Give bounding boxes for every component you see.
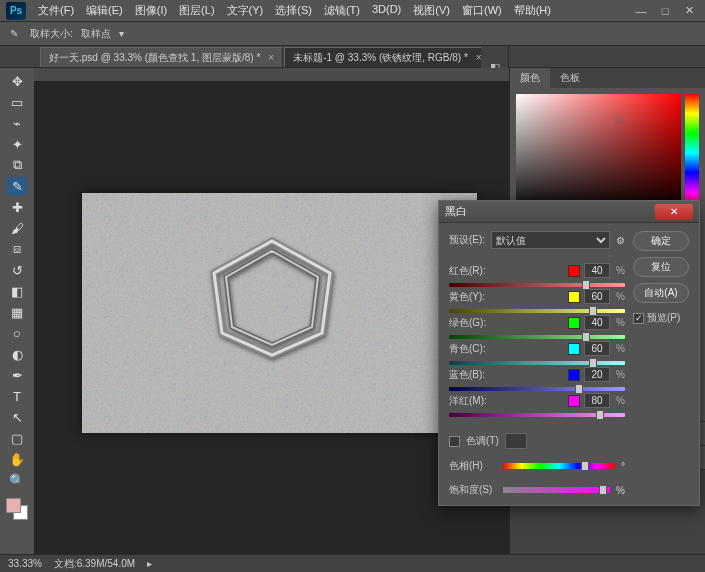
slider-thumb[interactable] <box>575 384 583 394</box>
type-tool[interactable]: T <box>7 387 27 405</box>
tint-checkbox[interactable] <box>449 436 460 447</box>
marquee-tool[interactable]: ▭ <box>7 93 27 111</box>
menu-item[interactable]: 3D(D) <box>366 0 407 21</box>
saturation-box[interactable] <box>516 94 681 212</box>
slider-value[interactable] <box>584 263 610 278</box>
options-bar: ✎ 取样大小: 取样点 ▾ <box>0 22 705 46</box>
color-swatch-icon <box>568 317 580 329</box>
slider-value[interactable] <box>584 393 610 408</box>
color-slider-row: 蓝色(B): % <box>449 367 625 393</box>
dialog-titlebar[interactable]: 黑白 ✕ <box>439 201 699 223</box>
crop-tool[interactable]: ⧉ <box>7 156 27 174</box>
menu-item[interactable]: 视图(V) <box>407 0 456 21</box>
slider-thumb[interactable] <box>589 358 597 368</box>
color-swatch-icon <box>568 369 580 381</box>
preview-checkbox[interactable] <box>633 313 644 324</box>
cancel-button[interactable]: 复位 <box>633 257 689 277</box>
zoom-tool[interactable]: 🔍 <box>7 471 27 489</box>
saturation-slider[interactable] <box>503 487 610 493</box>
hue-bar[interactable] <box>685 94 699 212</box>
slider-track[interactable] <box>449 385 625 393</box>
slider-thumb[interactable] <box>596 410 604 420</box>
svg-marker-3 <box>226 251 318 345</box>
slider-thumb[interactable] <box>589 306 597 316</box>
slider-thumb[interactable] <box>582 280 590 290</box>
tint-swatch[interactable] <box>505 433 527 449</box>
fg-color[interactable] <box>6 498 21 513</box>
menu-item[interactable]: 帮助(H) <box>508 0 557 21</box>
eyedropper-icon: ✎ <box>6 26 22 42</box>
slider-track[interactable] <box>449 333 625 341</box>
auto-button[interactable]: 自动(A) <box>633 283 689 303</box>
color-swatch[interactable] <box>6 498 28 520</box>
status-arrow-icon[interactable]: ▸ <box>147 558 152 569</box>
path-tool[interactable]: ↖ <box>7 408 27 426</box>
preset-select[interactable]: 默认值 <box>491 231 610 249</box>
shape-tool[interactable]: ▢ <box>7 429 27 447</box>
close-window-button[interactable]: ✕ <box>683 6 695 16</box>
blur-tool[interactable]: ○ <box>7 324 27 342</box>
hue-slider[interactable] <box>503 463 615 469</box>
document-tab[interactable]: 未标题-1 @ 33.3% (铁锈纹理, RGB/8) *× <box>284 47 490 67</box>
canvas[interactable] <box>82 193 477 433</box>
eraser-tool[interactable]: ◧ <box>7 282 27 300</box>
sample-size-label: 取样大小: <box>30 27 73 41</box>
eyedropper-tool[interactable]: ✎ <box>7 177 27 195</box>
slider-track[interactable] <box>449 411 625 419</box>
slider-value[interactable] <box>584 367 610 382</box>
hand-tool[interactable]: ✋ <box>7 450 27 468</box>
slider-thumb[interactable] <box>582 332 590 342</box>
color-swatch-icon <box>568 291 580 303</box>
slider-label: 青色(C): <box>449 342 497 356</box>
preview-label: 预览(P) <box>647 311 680 325</box>
slider-value[interactable] <box>584 341 610 356</box>
tint-label: 色调(T) <box>466 434 499 448</box>
ok-button[interactable]: 确定 <box>633 231 689 251</box>
gradient-tool[interactable]: ▦ <box>7 303 27 321</box>
document-tab[interactable]: 好一天.psd @ 33.3% (颜色查找 1, 图层蒙版/8) *× <box>40 47 283 67</box>
menu-item[interactable]: 窗口(W) <box>456 0 508 21</box>
history-brush-tool[interactable]: ↺ <box>7 261 27 279</box>
menu-item[interactable]: 编辑(E) <box>80 0 129 21</box>
toolbox: ✥ ▭ ⌁ ✦ ⧉ ✎ ✚ 🖌 ⧇ ↺ ◧ ▦ ○ ◐ ✒ T ↖ ▢ ✋ 🔍 <box>0 68 34 554</box>
slider-track[interactable] <box>449 307 625 315</box>
tab-swatches[interactable]: 色板 <box>550 68 590 88</box>
gear-icon[interactable]: ⚙ <box>616 235 625 246</box>
dodge-tool[interactable]: ◐ <box>7 345 27 363</box>
slider-label: 蓝色(B): <box>449 368 497 382</box>
slider-value[interactable] <box>584 289 610 304</box>
menu-bar: Ps 文件(F)编辑(E)图像(I)图层(L)文字(Y)选择(S)滤镜(T)3D… <box>0 0 705 22</box>
sample-size-value[interactable]: 取样点 <box>81 27 111 41</box>
color-panel-tabs: 颜色 色板 <box>510 68 705 88</box>
menu-item[interactable]: 文字(Y) <box>221 0 270 21</box>
menu-item[interactable]: 图像(I) <box>129 0 173 21</box>
menu-item[interactable]: 图层(L) <box>173 0 220 21</box>
slider-label: 洋红(M): <box>449 394 497 408</box>
menu-item[interactable]: 滤镜(T) <box>318 0 366 21</box>
color-slider-row: 黄色(Y): % <box>449 289 625 315</box>
tab-label: 好一天.psd @ 33.3% (颜色查找 1, 图层蒙版/8) * <box>49 51 260 65</box>
dropdown-icon[interactable]: ▾ <box>119 28 124 39</box>
color-picker[interactable] <box>510 88 705 218</box>
close-tab-icon[interactable]: × <box>268 52 274 63</box>
healing-tool[interactable]: ✚ <box>7 198 27 216</box>
move-tool[interactable]: ✥ <box>7 72 27 90</box>
brush-tool[interactable]: 🖌 <box>7 219 27 237</box>
slider-value[interactable] <box>584 315 610 330</box>
dialog-close-button[interactable]: ✕ <box>655 204 693 220</box>
menu-item[interactable]: 选择(S) <box>269 0 318 21</box>
lasso-tool[interactable]: ⌁ <box>7 114 27 132</box>
wand-tool[interactable]: ✦ <box>7 135 27 153</box>
minimize-button[interactable]: — <box>635 6 647 16</box>
pen-tool[interactable]: ✒ <box>7 366 27 384</box>
menu-item[interactable]: 文件(F) <box>32 0 80 21</box>
slider-track[interactable] <box>449 281 625 289</box>
hexagon-shape <box>202 233 342 363</box>
maximize-button[interactable]: □ <box>659 6 671 16</box>
slider-track[interactable] <box>449 359 625 367</box>
picker-marker[interactable] <box>615 116 623 124</box>
tab-color[interactable]: 颜色 <box>510 68 550 88</box>
hue-label: 色相(H) <box>449 459 497 473</box>
zoom-level[interactable]: 33.33% <box>8 558 42 569</box>
stamp-tool[interactable]: ⧇ <box>7 240 27 258</box>
